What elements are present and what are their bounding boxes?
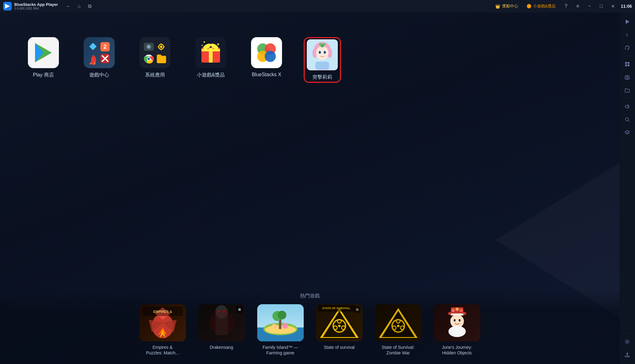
back-button[interactable]: ← [64, 2, 73, 11]
svg-point-20 [160, 46, 162, 48]
tabs-button[interactable]: ⧉ [85, 2, 94, 11]
hot-game-drakensang[interactable]: ⊞ ⧉ Drakensang [197, 304, 246, 356]
app-item-mini-games[interactable]: ✦ ✦ ✦ 小遊戲&獎品 [192, 37, 229, 78]
hot-game-junes-journey[interactable]: June's Journey:Hidden Objects [432, 304, 482, 356]
sidebar-rotate-btn[interactable] [621, 42, 633, 54]
reward-center-label: 獎勵中心 [502, 3, 518, 9]
app-item-sys-apps[interactable]: 系統應用 [136, 37, 174, 78]
drakensang-link-badge: ⧉ [236, 306, 243, 313]
svg-text:✦: ✦ [216, 42, 220, 47]
sidebar-play-btn[interactable] [621, 15, 633, 28]
grid-icon [624, 61, 630, 67]
menu-button[interactable]: ≡ [574, 2, 582, 10]
svg-rect-124 [625, 356, 629, 357]
state-survival-thumb: STATE OF SURVIVAL ⧉ [316, 304, 363, 341]
svg-marker-10 [91, 55, 96, 58]
right-sidebar: ♬ [620, 12, 635, 364]
sys-apps-svg [143, 40, 167, 65]
game-center-svg: 2 [87, 40, 112, 65]
svg-point-52 [323, 43, 325, 46]
reward-center-button[interactable]: 👑 獎勵中心 [493, 2, 521, 10]
minimize-button[interactable]: − [585, 2, 593, 10]
app-item-game-center[interactable]: 2 遊戲中心 [81, 37, 118, 78]
svg-marker-120 [625, 130, 629, 133]
folder-icon [624, 87, 630, 93]
sidebar-music-btn[interactable]: ♬ [621, 29, 633, 41]
hot-game-family-island[interactable]: Family Island™ —Farming game [256, 304, 305, 356]
svg-point-48 [319, 51, 320, 53]
state-survival-link-badge: ⧉ [354, 306, 361, 313]
svg-point-27 [148, 58, 150, 60]
sidebar-grid-btn[interactable] [621, 58, 633, 70]
mini-games-label: 小遊戲&獎品 [197, 72, 225, 78]
search-icon [624, 117, 630, 122]
svg-point-104 [452, 309, 455, 312]
svg-rect-113 [628, 64, 629, 66]
bluestacks-x-label: BlueStacks X [252, 72, 281, 77]
svg-point-75 [278, 311, 286, 319]
bluestacks-x-svg [254, 40, 279, 65]
svg-point-85 [338, 325, 341, 327]
app-name-label: BlueStacks App Player [14, 2, 58, 7]
minigame-button[interactable]: 小遊戲&獎品 [524, 2, 558, 10]
svg-point-49 [324, 51, 325, 53]
drakensang-label: Drakensang [210, 344, 233, 350]
sidebar-volume-btn[interactable] [621, 100, 633, 113]
junes-journey-thumb [434, 304, 480, 341]
svg-point-77 [282, 323, 288, 329]
family-island-thumb [257, 304, 304, 341]
svg-point-51 [319, 43, 322, 46]
app-item-play-store[interactable]: Play 商店 [25, 37, 62, 78]
empires-label: Empires &Puzzles: Match... [146, 344, 179, 356]
sys-apps-icon-box [139, 37, 170, 68]
home-button[interactable]: ⌂ [75, 2, 83, 11]
svg-point-68 [209, 310, 234, 335]
maximize-button[interactable]: □ [597, 2, 605, 10]
hot-game-state-survival[interactable]: STATE OF SURVIVAL ⧉ State of survival [315, 304, 364, 356]
svg-point-45 [316, 46, 329, 60]
svg-line-119 [628, 121, 629, 122]
app-item-bluestacks-x[interactable]: BlueStacks X [248, 37, 285, 77]
sidebar-divider-1 [623, 56, 632, 56]
sidebar-folder-btn[interactable] [621, 84, 633, 96]
svg-rect-11 [90, 63, 92, 64]
hot-games-section: 熱門遊戲 [0, 290, 620, 364]
mini-games-icon-box: ✦ ✦ ✦ [195, 37, 226, 68]
svg-text:EMPIRES &: EMPIRES & [153, 310, 172, 314]
svg-point-101 [454, 319, 456, 322]
mini-games-svg: ✦ ✦ ✦ [198, 40, 223, 65]
crown-icon: 👑 [495, 4, 500, 9]
app-logo-area: BlueStacks App Player 5.9.600.1001 N64 [3, 2, 58, 11]
empires-svg: EMPIRES & [139, 304, 186, 341]
music-icon: ♬ [624, 32, 630, 37]
state-survival-zombie-label: State of Survival:Zombie War [382, 344, 415, 356]
state-survival-label: State of survival [324, 344, 355, 350]
sidebar-layers-btn[interactable] [621, 126, 633, 139]
close-button[interactable]: ✕ [609, 2, 617, 10]
empires-thumb: EMPIRES & [139, 304, 186, 341]
junes-journey-label: June's Journey:Hidden Objects [442, 344, 472, 356]
layers-icon [624, 130, 630, 135]
sidebar-settings-btn[interactable] [621, 335, 633, 348]
app-item-kotori[interactable]: 突擊莉莉 [304, 37, 341, 83]
svg-point-106 [460, 309, 463, 312]
orange-circle-icon [527, 4, 531, 8]
svg-point-121 [626, 341, 628, 343]
drakensang-thumb: ⊞ ⧉ [198, 304, 245, 341]
rotate-icon [624, 45, 630, 50]
play-store-icon-box [28, 37, 59, 68]
camera-icon [624, 74, 630, 80]
hot-game-state-survival-zombie[interactable]: State of Survival:Zombie War [373, 304, 423, 356]
help-button[interactable]: ? [562, 2, 570, 10]
sidebar-search-btn[interactable] [621, 113, 633, 126]
sys-apps-label: 系統應用 [145, 72, 165, 78]
sidebar-camera-btn[interactable] [621, 71, 633, 83]
hot-game-empires[interactable]: EMPIRES & Empires &Puzzles: Match... [138, 304, 187, 356]
svg-text:STATE OF SURVIVAL: STATE OF SURVIVAL [322, 307, 350, 310]
state-survival-zombie-svg [375, 304, 421, 341]
svg-text:♬: ♬ [625, 32, 628, 37]
svg-point-76 [272, 324, 277, 329]
time-display: 11:06 [621, 4, 632, 9]
sidebar-upload-btn[interactable] [621, 349, 633, 361]
play-store-label: Play 商店 [33, 72, 54, 78]
